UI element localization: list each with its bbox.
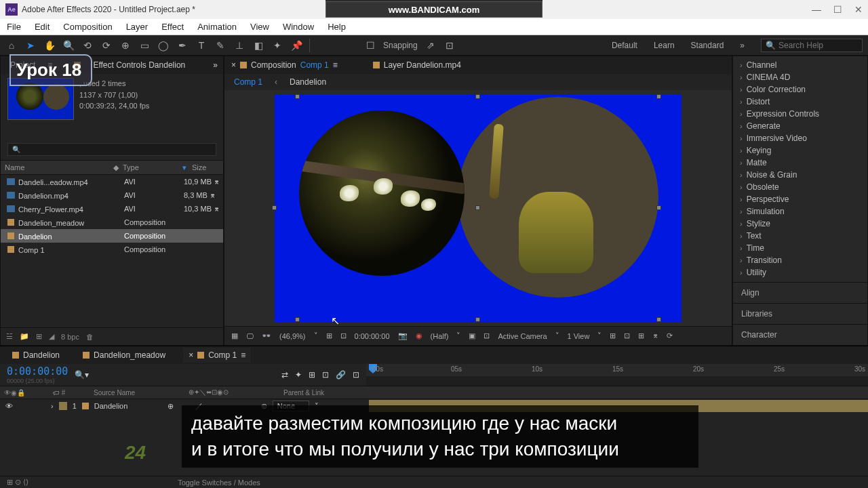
effect-category[interactable]: Obsolete <box>733 181 867 193</box>
menu-file[interactable]: File <box>7 22 21 32</box>
effect-category[interactable]: Time <box>733 242 867 254</box>
vf-icon10[interactable]: ⊞ <box>638 331 644 340</box>
panel-overflow-icon[interactable]: » <box>213 60 218 70</box>
menu-effect[interactable]: Effect <box>161 22 184 32</box>
snap-opt1-icon[interactable]: ⇗ <box>425 39 437 52</box>
timeline-timecode[interactable]: 0:00:00:00 <box>7 365 68 378</box>
tl-search-icon[interactable]: 🔍▾ <box>75 370 89 380</box>
vf-icon7[interactable]: ⊡ <box>484 331 490 340</box>
tl-opt6-icon[interactable]: ⊡ <box>353 370 359 380</box>
snapping-checkbox[interactable]: ☐ <box>364 39 376 52</box>
view-count[interactable]: 1 View <box>568 332 590 340</box>
effect-category[interactable]: Simulation <box>733 205 867 218</box>
panel-character[interactable]: Character <box>733 324 867 345</box>
current-time[interactable]: 0:00:00:00 <box>355 332 390 340</box>
workspace-default[interactable]: Default <box>612 41 637 50</box>
zoom-tool-icon[interactable]: 🔍 <box>62 39 75 52</box>
selection-tool-icon[interactable]: ➤ <box>24 39 37 52</box>
vf-icon9[interactable]: ⊡ <box>624 331 630 340</box>
tl-opt1-icon[interactable]: ⇄ <box>281 370 288 380</box>
layer-switch1-icon[interactable]: ⊕ <box>167 402 174 411</box>
menu-animation[interactable]: Animation <box>197 22 237 32</box>
layer-color[interactable] <box>59 402 67 410</box>
comp-tab-name[interactable]: Comp 1 <box>300 60 329 70</box>
project-item[interactable]: Dandelion_meadowComposition <box>1 216 223 229</box>
vf-icon8[interactable]: ⊞ <box>610 331 616 340</box>
effect-category[interactable]: Text <box>733 230 867 242</box>
zoom-level[interactable]: (46,9%) <box>279 332 306 340</box>
home-icon[interactable]: ⌂ <box>5 39 18 52</box>
search-help[interactable]: 🔍 <box>761 39 863 52</box>
effect-category[interactable]: Color Correction <box>733 83 867 96</box>
project-item[interactable]: Dandeli...eadow.mp4AVI10,9 MB ⌆ <box>1 175 223 188</box>
vf-icon2[interactable]: 🖵 <box>246 332 254 340</box>
menu-edit[interactable]: Edit <box>35 22 50 32</box>
effect-category[interactable]: Perspective <box>733 193 867 205</box>
menu-view[interactable]: View <box>250 22 269 32</box>
workspace-learn[interactable]: Learn <box>654 41 675 50</box>
effect-category[interactable]: Channel <box>733 59 867 71</box>
vf-icon1[interactable]: ▦ <box>231 331 238 340</box>
project-item[interactable]: Comp 1Composition <box>1 243 223 256</box>
close-tab-icon[interactable]: × <box>231 60 236 70</box>
panel-align[interactable]: Align <box>733 282 867 303</box>
breadcrumb-back-icon[interactable]: ‹ <box>275 77 277 87</box>
bpc-label[interactable]: 8 bpc <box>61 333 79 341</box>
vf-icon3[interactable]: 👓 <box>262 331 271 340</box>
effect-category[interactable]: Immersive Video <box>733 132 867 144</box>
interpret-icon[interactable]: ☱ <box>6 332 13 341</box>
layer-twirl-icon[interactable]: › <box>51 402 54 410</box>
comp-new-icon[interactable]: ⊞ <box>36 332 42 341</box>
brush-tool-icon[interactable]: ✎ <box>214 39 226 52</box>
eraser-tool-icon[interactable]: ◧ <box>252 39 264 52</box>
toggle-switches[interactable]: Toggle Switches / Modes <box>178 479 260 487</box>
menu-composition[interactable]: Composition <box>63 22 112 32</box>
timeline-tab[interactable]: × Comp 1 ≡ <box>183 348 251 363</box>
project-item[interactable]: Dandelion.mp4AVI8,3 MB ⌆ <box>1 188 223 202</box>
menu-help[interactable]: Help <box>328 22 346 32</box>
effect-category[interactable]: CINEMA 4D <box>733 71 867 83</box>
minimize-button[interactable]: — <box>812 4 821 15</box>
tl-opt2-icon[interactable]: ✦ <box>295 370 302 380</box>
vf-icon5[interactable]: ⊡ <box>340 331 347 340</box>
pen-tool-icon[interactable]: ✒ <box>176 39 189 52</box>
composition-viewer[interactable] <box>224 90 732 326</box>
layer-name[interactable]: Dandelion <box>94 402 162 410</box>
anchor-tool-icon[interactable]: ⊕ <box>119 39 132 52</box>
project-item[interactable]: DandelionComposition <box>1 229 223 243</box>
timeline-tab[interactable]: Dandelion_meadow <box>77 348 171 363</box>
active-camera[interactable]: Active Camera <box>498 332 547 340</box>
workspace-more-icon[interactable]: » <box>740 41 745 50</box>
canvas[interactable] <box>275 94 682 322</box>
layer-visibility-icon[interactable]: 👁 <box>5 402 13 410</box>
snap-opt2-icon[interactable]: ⊡ <box>443 39 456 52</box>
vf-icon6[interactable]: ▣ <box>469 331 475 340</box>
menu-layer[interactable]: Layer <box>126 22 149 32</box>
time-ruler[interactable]: :00s05s10s15s20s25s30s <box>366 364 868 376</box>
effect-category[interactable]: Expression Controls <box>733 108 867 120</box>
layer-tab[interactable]: Layer Dandelion.mp4 <box>384 60 461 70</box>
folder-icon[interactable]: 📁 <box>20 332 29 341</box>
tl-opt3-icon[interactable]: ⊞ <box>309 370 315 380</box>
channels-icon[interactable]: ◉ <box>416 331 422 340</box>
puppet-tool-icon[interactable]: 📌 <box>290 39 302 52</box>
panel-libraries[interactable]: Libraries <box>733 303 867 324</box>
ellipse-tool-icon[interactable]: ◯ <box>157 39 170 52</box>
maximize-button[interactable]: ☐ <box>833 4 842 15</box>
effect-category[interactable]: Generate <box>733 120 867 132</box>
close-button[interactable]: ✕ <box>854 4 863 15</box>
adjust-icon[interactable]: ◢ <box>49 332 54 341</box>
rotate-tool-icon[interactable]: ⟳ <box>100 39 113 52</box>
text-tool-icon[interactable]: T <box>195 39 208 52</box>
effect-category[interactable]: Distort <box>733 96 867 108</box>
effect-category[interactable]: Matte <box>733 157 867 169</box>
effect-category[interactable]: Stylize <box>733 218 867 230</box>
trash-icon[interactable]: 🗑 <box>86 333 94 341</box>
snapshot-icon[interactable]: 📷 <box>398 331 408 340</box>
effect-category[interactable]: Utility <box>733 266 867 279</box>
project-search[interactable] <box>7 143 216 156</box>
tl-opt5-icon[interactable]: 🔗 <box>336 370 346 380</box>
timeline-tab[interactable]: Dandelion <box>7 348 65 363</box>
vf-icon4[interactable]: ⊞ <box>326 331 332 340</box>
menu-window[interactable]: Window <box>283 22 314 32</box>
